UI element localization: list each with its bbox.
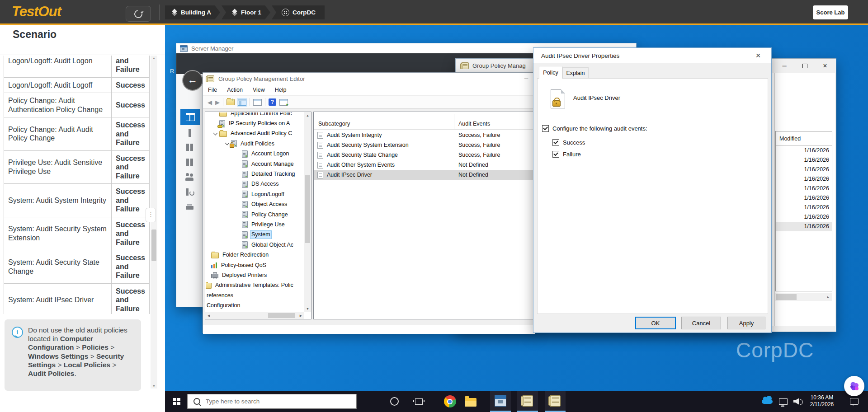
all-servers-icon[interactable]	[185, 143, 195, 152]
menu-action[interactable]: Action	[222, 84, 248, 95]
subcategory-row[interactable]: Audit Security State ChangeSuccess, Fail…	[314, 150, 534, 160]
close-icon[interactable]: ×	[750, 48, 766, 63]
tree-item-ip-security-policies-on-a[interactable]: IP Security Policies on A	[206, 118, 304, 128]
gpo-row[interactable]: 1/16/2026	[776, 212, 832, 222]
tree-item-policy-change[interactable]: Policy Change	[206, 210, 304, 220]
minimize-button[interactable]: ─	[774, 59, 794, 72]
tree-item-ds-access[interactable]: DS Access	[206, 179, 304, 189]
export-list-icon[interactable]: ▸	[279, 99, 288, 106]
gpme-titlebar[interactable]: Group Policy Management Editor	[203, 73, 535, 84]
success-checkbox[interactable]	[552, 139, 559, 146]
task-view-button[interactable]	[408, 391, 429, 412]
score-lab-button[interactable]: Score Lab	[813, 5, 848, 19]
tree-item-audit-policies[interactable]: Audit Policies	[206, 139, 304, 149]
gpm-titlebar[interactable]: Group Policy Manag	[461, 62, 526, 69]
apply-button[interactable]: Apply	[727, 317, 765, 329]
scroll-right-icon[interactable]: ▶	[297, 312, 304, 319]
modified-column-header[interactable]: Modified	[776, 131, 832, 146]
breadcrumb-item-floor-1[interactable]: Floor 1	[222, 5, 270, 19]
tree-item-deployed-printers[interactable]: Deployed Printers	[206, 270, 304, 280]
tree-item-account-manage[interactable]: Account Manage	[206, 159, 304, 169]
tree-item-configuration[interactable]: Configuration	[206, 300, 304, 310]
subcategory-row[interactable]: Audit System IntegritySuccess, Failure	[314, 130, 534, 140]
gpme-taskbar-button[interactable]	[545, 391, 566, 412]
tree-item-account-logon[interactable]: Account Logon	[206, 149, 304, 159]
tree-horizontal-scrollbar[interactable]: ◀ ▶	[205, 312, 304, 319]
gpmc-taskbar-button[interactable]	[517, 391, 538, 412]
users-icon[interactable]	[185, 173, 195, 182]
maximize-button[interactable]	[795, 59, 815, 72]
dashboard-tile-icon[interactable]	[180, 109, 200, 125]
panel-resize-handle[interactable]: ⋮	[146, 208, 156, 222]
configure-checkbox[interactable]	[542, 125, 549, 132]
subcategory-row[interactable]: Audit IPsec DriverNot Defined	[314, 170, 534, 180]
file-explorer-button[interactable]	[460, 391, 481, 412]
gpo-row[interactable]: 1/16/2026	[776, 222, 832, 231]
scroll-right-icon[interactable]: ►	[825, 293, 832, 301]
cortana-button[interactable]	[384, 391, 405, 412]
tree-item-detailed-tracking[interactable]: Detailed Tracking	[206, 169, 304, 179]
menu-view[interactable]: View	[248, 84, 270, 95]
scroll-down-icon[interactable]: ▼	[304, 305, 311, 312]
failure-checkbox[interactable]	[552, 151, 559, 158]
chrome-button[interactable]	[439, 391, 460, 412]
properties-window-icon[interactable]	[253, 99, 262, 106]
local-server-icon[interactable]	[185, 128, 195, 137]
gpo-row[interactable]: 1/16/2026	[776, 155, 832, 165]
back-icon[interactable]: ◀	[208, 99, 212, 106]
start-windows-icon[interactable]	[173, 398, 180, 405]
subcategory-row[interactable]: Audit Other System EventsNot Defined	[314, 160, 534, 170]
forward-icon[interactable]: ▶	[215, 99, 220, 106]
back-arrow-button[interactable]: ←	[182, 70, 203, 91]
gpo-row[interactable]: 1/16/2026	[776, 184, 832, 193]
tree-item-folder-redirection[interactable]: Folder Redirection	[206, 250, 304, 260]
server-manager-taskbar-button[interactable]	[490, 391, 511, 412]
gpo-row[interactable]: 1/16/2026	[776, 165, 832, 174]
tree-item-advanced-audit-policy-c[interactable]: Advanced Audit Policy C	[206, 129, 304, 139]
taskbar-search[interactable]	[187, 394, 357, 409]
tab-explain[interactable]: Explain	[562, 67, 589, 79]
chevron-down-icon[interactable]	[212, 130, 219, 137]
print-icon[interactable]	[185, 202, 195, 211]
breadcrumb-item-corpdc[interactable]: CorpDC	[272, 5, 325, 19]
scroll-left-icon[interactable]: ◀	[205, 312, 212, 319]
onedrive-button[interactable]	[762, 391, 773, 412]
gpm-horizontal-scrollbar[interactable]: ►	[775, 293, 832, 301]
tree-item-privilege-use[interactable]: Privilege Use	[206, 220, 304, 229]
tree-vertical-scrollbar[interactable]: ▲ ▼	[304, 112, 311, 312]
tree-item-references[interactable]: references	[206, 290, 304, 300]
scrollbar-thumb[interactable]	[151, 229, 156, 261]
audit-events-column-header[interactable]: Audit Events	[458, 121, 490, 127]
file-storage-icon[interactable]	[185, 158, 195, 167]
gpo-row[interactable]: 1/16/2026	[776, 146, 832, 155]
scroll-up-icon[interactable]: ▲	[151, 56, 157, 60]
help-icon[interactable]: ?	[269, 98, 276, 106]
tree-item-system[interactable]: System	[206, 230, 304, 240]
tree-item-application-control-polic[interactable]: Application Control Polic	[206, 112, 304, 118]
network-button[interactable]	[779, 391, 788, 412]
tree-item-object-access[interactable]: Object Access	[206, 200, 304, 210]
scrollbar-thumb[interactable]	[776, 294, 797, 300]
services-refresh-icon[interactable]	[185, 187, 195, 197]
scrollbar-thumb[interactable]	[305, 175, 310, 243]
subcategory-row[interactable]: Audit Security System ExtensionSuccess, …	[314, 140, 534, 150]
subcategory-column-header[interactable]: Subcategory	[318, 121, 350, 127]
tree-item-policy-based-qos[interactable]: Policy-based QoS	[206, 260, 304, 270]
scroll-up-icon[interactable]: ▲	[304, 112, 311, 119]
tree-item-logon-logoff[interactable]: Logon/Logoff	[206, 189, 304, 199]
ok-button[interactable]: OK	[635, 317, 676, 329]
assistant-button[interactable]	[844, 376, 864, 396]
tree-item-global-object-ac[interactable]: Global Object Ac	[206, 240, 304, 250]
gpo-row[interactable]: 1/16/2026	[776, 203, 832, 212]
gpo-row[interactable]: 1/16/2026	[776, 193, 832, 203]
up-folder-icon[interactable]: ↑	[226, 99, 235, 105]
minimize-button[interactable]: ─	[519, 74, 533, 84]
close-button[interactable]: ×	[815, 59, 835, 72]
tab-policy[interactable]: Policy	[539, 66, 562, 79]
menu-help[interactable]: Help	[270, 84, 292, 95]
scrollbar-thumb[interactable]	[268, 313, 295, 318]
tree-item-administrative-templates-polic[interactable]: Administrative Templates: Polic	[206, 281, 304, 290]
scroll-down-icon[interactable]: ▼	[151, 384, 157, 388]
menu-file[interactable]: File	[203, 84, 222, 95]
refresh-button[interactable]	[126, 6, 151, 22]
